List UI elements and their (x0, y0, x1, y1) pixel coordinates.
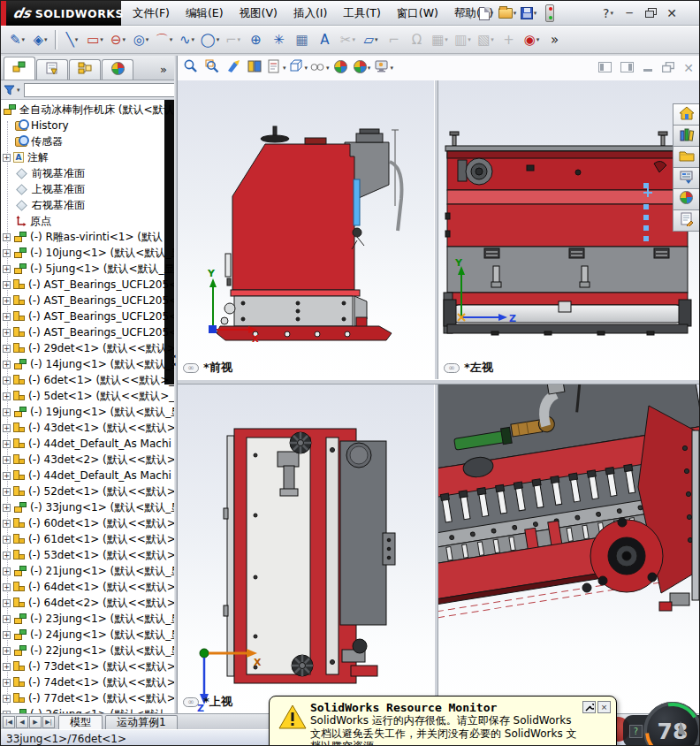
sketch-fillet-tool[interactable]: ⌐ ▾ (222, 28, 244, 51)
alert-bell-tool[interactable]: Ω (406, 28, 428, 51)
tree-item[interactable]: 传感器 (1, 133, 174, 149)
tree-item[interactable]: + (-) 74det<1> (默认<<默认>_ (1, 674, 174, 690)
taskpane-file-explorer-tab[interactable] (673, 167, 700, 189)
tab-scroll-button[interactable]: ◀ (16, 716, 28, 728)
tree-filter-input[interactable] (24, 83, 186, 97)
help-button[interactable]: ?▾ (598, 3, 618, 24)
smart-dimension-tool[interactable]: ◈ ▾ (29, 28, 51, 51)
tree-item[interactable]: + (-) AST_Bearings_UCFL205<3 (1, 308, 174, 324)
menu-item[interactable]: 插入(I) (285, 1, 335, 26)
tree-item[interactable]: 右视基准面 (1, 197, 174, 213)
restore-button[interactable] (641, 3, 660, 24)
expand-toggle[interactable]: + (3, 297, 11, 305)
tab-scroll-button[interactable]: |◀ (3, 716, 15, 728)
tree-item[interactable]: + (-) AST_Bearings_UCFL205<2 (1, 293, 174, 308)
tree-item[interactable]: + (-) AST_Bearings_UCFL205<4 (1, 324, 174, 340)
tree-item[interactable]: + (-) 5jung<1> (默认<默认_显 (1, 261, 174, 277)
viewport-isometric[interactable] (438, 384, 700, 713)
tree-item[interactable]: + (-) R雕as-virinti<1> (默认 (1, 229, 174, 245)
filter-funnel-icon[interactable]: ▾ (4, 85, 20, 95)
resource-monitor-tools-button[interactable] (582, 701, 596, 713)
point-tool[interactable]: ✳ (268, 28, 290, 51)
expand-toggle[interactable]: + (3, 695, 11, 703)
circular-pattern-tool[interactable]: ▥ ▾ (452, 28, 474, 51)
tree-item[interactable]: + (-) 64det<2> (默认<<默认>_ (1, 595, 174, 611)
tree-item[interactable]: + (-) 44det_Default_As Machi (1, 468, 174, 483)
tree-item[interactable]: + (-) 29det<1> (默认<<默认>_ (1, 340, 174, 356)
tree-root-item[interactable]: 全自动冰棒制作机床 (默认<默认 (1, 102, 174, 118)
centerpoint-arc-tool[interactable]: ⌒ ▾ (153, 28, 175, 51)
widget-help-icon[interactable]: ? (629, 725, 643, 738)
sheet-annotations-button[interactable]: ▾ (266, 57, 286, 79)
panel-collapse-arrows[interactable]: ◂◂ (172, 353, 179, 369)
tree-item[interactable]: + (-) 61det<1> (默认<<默认>_ (1, 531, 174, 547)
tab-scroll-button[interactable]: ▶| (42, 716, 55, 728)
expand-toggle[interactable]: + (3, 440, 11, 448)
tree-item[interactable]: + (-) 53det<1> (默认<<默认>_ (1, 547, 174, 563)
zoom-to-fit-button[interactable] (181, 57, 201, 79)
zoom-to-area-button[interactable] (202, 57, 222, 79)
sketch-tool[interactable]: ✎ ▾ (6, 28, 28, 51)
expand-toggle[interactable]: + (3, 615, 11, 623)
manager-tabs-overflow[interactable]: » (160, 63, 171, 80)
view-settings-button[interactable]: ▾ (374, 57, 394, 79)
magnifying-lens-button[interactable] (224, 57, 243, 79)
tree-item[interactable]: + (-) 44det_Default_As Machi (1, 436, 174, 452)
open-document-button[interactable]: ▾ (498, 3, 517, 24)
pane-left-icon[interactable] (598, 59, 612, 76)
expand-toggle[interactable]: + (3, 377, 11, 384)
taskpane-design-library-tab[interactable] (673, 146, 700, 168)
expand-toggle[interactable]: + (3, 329, 11, 337)
expand-toggle[interactable]: + (3, 392, 11, 400)
instant2d-tool[interactable]: + (498, 28, 520, 51)
expand-toggle[interactable]: + (3, 408, 11, 416)
menu-item[interactable]: 工具(T) (335, 1, 388, 26)
tree-item[interactable]: + (-) 10jung<1> (默认<默认_显 (1, 245, 174, 261)
pane-right-icon[interactable] (620, 59, 634, 76)
expand-toggle[interactable]: + (3, 233, 11, 241)
minimize-button[interactable]: ─ (620, 3, 639, 24)
tab-scroll-button[interactable]: ▶ (29, 716, 42, 728)
tree-item[interactable]: + (-) 24jung<1> (默认<默认_显 (1, 627, 174, 643)
featuremanager-tree-tab[interactable] (4, 57, 35, 80)
tree-item[interactable]: + (-) 22jung<1> (默认<默认_显 (1, 643, 174, 658)
expand-toggle[interactable]: + (3, 345, 11, 353)
linear-pattern-tool[interactable]: ▦ ▾ (429, 28, 451, 51)
resource-monitor-tray-button[interactable] (540, 3, 559, 24)
taskpane-appearances-scenes-tab[interactable] (673, 188, 700, 210)
doc-close-icon[interactable]: ✕ (683, 61, 694, 75)
menu-item[interactable]: 文件(F) (125, 1, 178, 26)
menu-item[interactable]: 视图(V) (232, 1, 285, 26)
expand-toggle[interactable]: + (3, 361, 11, 369)
tree-item[interactable]: + (-) 43det<1> (默认<<默认>_ (1, 420, 174, 436)
dimxpertmanager-tab[interactable] (102, 59, 133, 80)
circle-tool[interactable]: ◎ ▾ (130, 28, 152, 51)
tree-item[interactable]: + (-) 77det<1> (默认<<默认>_ (1, 690, 174, 706)
expand-toggle[interactable]: + (3, 265, 11, 273)
taskpane-solidworks-resources-tab[interactable] (673, 125, 700, 147)
doc-tab[interactable]: 模型 (58, 715, 103, 729)
propertymanager-tab[interactable] (36, 59, 68, 80)
tree-item[interactable]: + (-) 21jung<1> (默认<默认_显 (1, 563, 174, 579)
edit-appearance-button[interactable] (331, 57, 351, 79)
expand-toggle[interactable]: + (3, 488, 11, 496)
expand-toggle[interactable]: + (3, 456, 11, 464)
corner-rectangle-tool[interactable]: ▭ ▾ (84, 28, 106, 51)
viewport-top[interactable]: X Z ∞ *上视 (178, 384, 434, 713)
tree-item[interactable]: + (-) 26jung<1> (默认<默认 (1, 706, 174, 713)
expand-toggle[interactable]: + (3, 281, 11, 289)
doc-tab[interactable]: 运动算例1 (105, 715, 178, 729)
tree-item[interactable]: + (-) 73det<1> (默认<<默认>_ (1, 658, 174, 674)
tree-item[interactable]: + (-) 64det<1> (默认<<默认>_ (1, 579, 174, 595)
taskpane-custom-properties-tab[interactable] (673, 209, 700, 232)
configurationmanager-tab[interactable] (69, 59, 101, 80)
memory-gauge-ball[interactable]: 78 (643, 702, 700, 746)
tree-item[interactable]: + (-) 6det<1> (默认<<默认>_显 (1, 372, 174, 388)
expand-toggle[interactable]: + (3, 647, 11, 655)
tree-item[interactable]: 上视基准面 (1, 181, 174, 197)
expand-toggle[interactable]: + (3, 520, 11, 528)
close-button[interactable]: ✕ (662, 3, 681, 24)
view-orientation-button[interactable]: ▾ (288, 57, 308, 79)
convert-entities-tool[interactable]: ▱ ▾ (360, 28, 382, 51)
mirror-entities-tool[interactable]: ▦ (291, 28, 313, 51)
